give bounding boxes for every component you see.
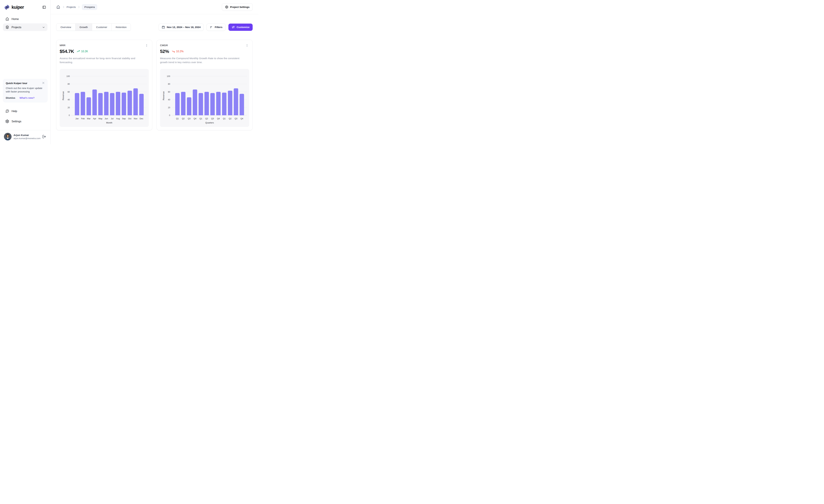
filter-lines-icon: [210, 25, 213, 29]
svg-text:20: 20: [68, 106, 70, 109]
tour-title: Quick Kuiper tour: [6, 82, 45, 85]
svg-text:40: 40: [168, 99, 170, 101]
filters-button[interactable]: Filters: [206, 23, 226, 31]
metric-value: 52%: [160, 49, 169, 54]
chevron-right-icon: [62, 6, 65, 8]
svg-text:Sep: Sep: [122, 117, 126, 120]
trend-up-icon: [77, 50, 80, 53]
svg-text:Q4: Q4: [217, 117, 220, 120]
date-range-label: Nov 12, 2024 – Nov 18, 2024: [167, 26, 201, 29]
tab-customer[interactable]: Customer: [92, 23, 112, 31]
svg-text:?: ?: [7, 110, 8, 112]
kebab-menu-icon[interactable]: [245, 43, 250, 48]
user-profile: Arjun Kumar arjun.kumar@monetra.com: [3, 130, 47, 144]
metric-value-row: $54.7K 10.2K: [60, 49, 149, 54]
chevron-down-icon: [42, 26, 45, 29]
svg-text:20: 20: [168, 106, 170, 109]
trend-down-icon: [172, 50, 175, 53]
metric-delta: 10.2%: [172, 50, 184, 53]
close-icon[interactable]: [42, 81, 45, 85]
layers-icon: [5, 25, 9, 29]
svg-text:100: 100: [67, 75, 70, 78]
svg-text:60: 60: [168, 91, 170, 93]
dismiss-button[interactable]: Dismiss: [6, 96, 15, 99]
sliders-icon: [231, 25, 235, 29]
metric-cards: MRR $54.7K 10.2K Assess the annualized: [50, 31, 259, 130]
brand-wordmark: kuiper: [11, 5, 42, 10]
customize-label: Customize: [237, 26, 249, 29]
sidebar-item-label: Settings: [11, 120, 21, 123]
kuiper-logo-icon: [4, 4, 10, 10]
sidebar-item-home[interactable]: Home: [3, 15, 47, 23]
main-content: Projects Prospera Project Settings Overv…: [50, 0, 259, 144]
toolbar-right: Nov 12, 2024 – Nov 18, 2024 Filters C: [159, 23, 252, 31]
help-bubble-icon: ?: [5, 109, 9, 113]
user-email: arjun.kumar@monetra.com: [13, 137, 40, 139]
svg-text:0: 0: [169, 114, 170, 116]
profile-meta: Arjun Kumar arjun.kumar@monetra.com: [13, 134, 40, 139]
svg-text:Q3: Q3: [211, 117, 214, 120]
logout-icon[interactable]: [42, 134, 46, 139]
svg-text:80: 80: [68, 83, 70, 85]
sidebar-item-settings[interactable]: Settings: [3, 117, 47, 125]
svg-text:Jan: Jan: [75, 117, 79, 120]
svg-text:Aug: Aug: [116, 117, 120, 120]
breadcrumb-home-icon[interactable]: [56, 5, 61, 9]
sidebar-item-help[interactable]: ? Help: [3, 107, 47, 115]
cmgr-card: CMGR 52% 10.2% Measures the Compound M: [157, 40, 252, 130]
svg-text:May: May: [99, 117, 103, 120]
card-title: CMGR: [160, 44, 249, 47]
project-settings-label: Project Settings: [230, 6, 249, 9]
spacer: [3, 32, 47, 79]
breadcrumb-projects-link[interactable]: Projects: [67, 6, 76, 9]
svg-text:Q4: Q4: [240, 117, 243, 120]
svg-text:0: 0: [69, 114, 70, 116]
breadcrumb-current-page[interactable]: Prospera: [82, 4, 97, 10]
gear-icon: [225, 5, 228, 9]
sidebar: kuiper Home Projects: [0, 0, 50, 144]
delta-value: 10.2K: [81, 50, 88, 53]
svg-text:Q2: Q2: [182, 117, 185, 120]
metric-value: $54.7K: [60, 49, 74, 54]
metric-delta: 10.2K: [77, 50, 88, 53]
tab-group: Overview Growth Customer Retention: [56, 23, 131, 31]
svg-text:Q2: Q2: [205, 117, 208, 120]
svg-text:Revenue: Revenue: [162, 91, 165, 100]
metric-value-row: 52% 10.2%: [160, 49, 249, 54]
svg-text:Q3: Q3: [188, 117, 191, 120]
sidebar-collapse-button[interactable]: [42, 5, 46, 10]
svg-text:Nov: Nov: [134, 117, 137, 120]
svg-text:Month: Month: [106, 121, 112, 124]
avatar[interactable]: [4, 133, 11, 140]
chevron-right-icon: [78, 6, 80, 8]
svg-text:Q2: Q2: [229, 117, 231, 120]
project-settings-button[interactable]: Project Settings: [222, 3, 252, 11]
tab-overview[interactable]: Overview: [57, 23, 76, 31]
svg-text:Oct: Oct: [128, 117, 131, 120]
svg-text:Q1: Q1: [223, 117, 226, 120]
mrr-bar-chart: 020406080100RevenueJanFebMarAprMayJunJul…: [60, 69, 149, 127]
svg-text:40: 40: [68, 99, 70, 101]
svg-text:Apr: Apr: [93, 117, 96, 120]
gear-icon: [5, 119, 9, 123]
customize-button[interactable]: Customize: [228, 23, 252, 31]
svg-text:Feb: Feb: [81, 117, 85, 120]
svg-text:Q1: Q1: [176, 117, 179, 120]
sidebar-item-label: Projects: [11, 26, 21, 29]
card-description: Measures the Compound Monthly Growth Rat…: [160, 57, 246, 64]
topbar: Projects Prospera Project Settings: [50, 0, 259, 14]
tab-retention[interactable]: Retention: [112, 23, 131, 31]
kebab-menu-icon[interactable]: [145, 43, 149, 48]
svg-text:Dec: Dec: [139, 117, 143, 120]
svg-text:Mar: Mar: [87, 117, 91, 120]
sidebar-item-projects[interactable]: Projects: [3, 23, 47, 31]
filters-label: Filters: [215, 26, 222, 29]
card-description: Assess the annualized revenue for long–t…: [60, 57, 146, 64]
svg-text:Jun: Jun: [105, 117, 108, 120]
svg-text:100: 100: [167, 75, 170, 78]
toolbar: Overview Growth Customer Retention Nov 1…: [50, 14, 259, 31]
svg-text:Q4: Q4: [194, 117, 196, 120]
tab-growth[interactable]: Growth: [76, 23, 92, 31]
whats-new-link[interactable]: What’s new?: [20, 96, 34, 99]
date-range-button[interactable]: Nov 12, 2024 – Nov 18, 2024: [159, 23, 204, 31]
